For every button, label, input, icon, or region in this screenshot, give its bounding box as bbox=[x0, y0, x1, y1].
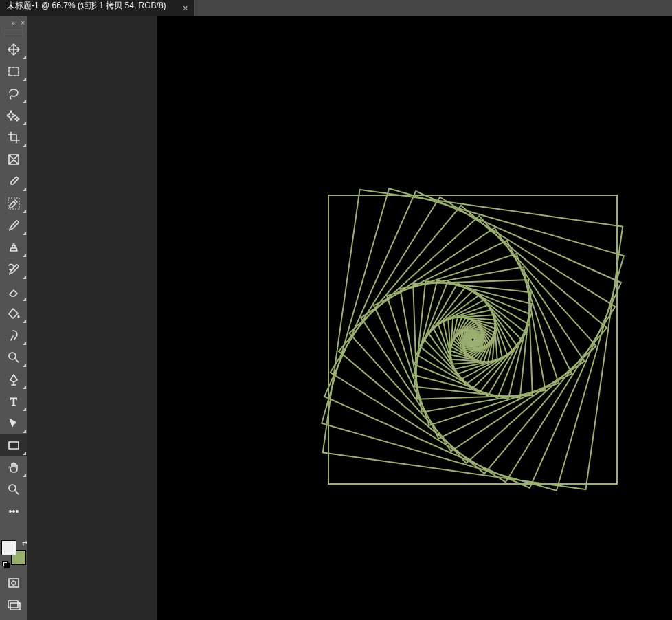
smudge-tool[interactable] bbox=[0, 324, 27, 346]
more-tools[interactable] bbox=[0, 500, 27, 522]
frame-tool[interactable] bbox=[0, 148, 27, 170]
dodge-tool-icon bbox=[7, 351, 21, 364]
path-select-tool-icon bbox=[7, 417, 21, 430]
pen-tool-icon bbox=[7, 373, 21, 386]
document-tab-bar: 未标题-1 @ 66.7% (矩形 1 拷贝 54, RGB/8) × bbox=[0, 0, 672, 16]
svg-rect-15 bbox=[322, 188, 624, 491]
history-brush-tool[interactable] bbox=[0, 258, 27, 280]
document-tab[interactable]: 未标题-1 @ 66.7% (矩形 1 拷贝 54, RGB/8) × bbox=[0, 0, 194, 16]
svg-rect-16 bbox=[324, 191, 621, 488]
zoom-tool[interactable] bbox=[0, 478, 27, 500]
move-tool[interactable] bbox=[0, 38, 27, 60]
pen-tool[interactable] bbox=[0, 368, 27, 390]
tool-panel-header: » × bbox=[0, 16, 27, 29]
flyout-indicator-icon bbox=[23, 474, 26, 477]
dodge-tool[interactable] bbox=[0, 346, 27, 368]
rect-marquee-tool-icon bbox=[7, 65, 21, 78]
flyout-indicator-icon bbox=[23, 430, 26, 433]
default-colors-icon[interactable] bbox=[2, 561, 9, 568]
rectangle-shape-tool[interactable] bbox=[0, 434, 27, 456]
svg-rect-12 bbox=[10, 603, 20, 610]
svg-point-8 bbox=[16, 510, 18, 512]
clone-stamp-tool[interactable] bbox=[0, 236, 27, 258]
svg-rect-40 bbox=[451, 318, 494, 361]
svg-rect-22 bbox=[387, 254, 559, 425]
svg-point-7 bbox=[12, 510, 14, 512]
eraser-tool-icon bbox=[7, 285, 21, 298]
eyedropper-tool-icon bbox=[7, 175, 21, 188]
screen-mode-toggle-icon bbox=[7, 598, 21, 612]
flyout-indicator-icon bbox=[23, 78, 26, 81]
svg-rect-20 bbox=[361, 228, 584, 451]
rect-marquee-tool[interactable] bbox=[0, 60, 27, 82]
svg-rect-0 bbox=[9, 67, 19, 76]
svg-text:T: T bbox=[10, 396, 17, 408]
healing-brush-tool-icon bbox=[7, 197, 21, 210]
hand-tool[interactable] bbox=[0, 456, 27, 478]
type-tool[interactable]: T bbox=[0, 390, 27, 412]
foreground-color-swatch[interactable] bbox=[1, 540, 16, 555]
smudge-tool-icon bbox=[7, 329, 21, 342]
eraser-tool[interactable] bbox=[0, 280, 27, 302]
svg-rect-4 bbox=[9, 442, 19, 449]
quick-mask-mode-icon bbox=[7, 576, 21, 590]
history-brush-tool-icon bbox=[7, 263, 21, 276]
lasso-tool-icon bbox=[7, 87, 21, 100]
flyout-indicator-icon bbox=[23, 100, 26, 103]
panel-close-icon[interactable]: × bbox=[21, 19, 25, 27]
canvas[interactable] bbox=[157, 16, 672, 620]
panel-collapse-icon[interactable]: » bbox=[12, 19, 16, 27]
paint-bucket-tool-icon bbox=[7, 307, 21, 320]
svg-rect-18 bbox=[339, 206, 607, 474]
svg-rect-9 bbox=[9, 579, 19, 587]
frame-tool-icon bbox=[7, 153, 21, 166]
tool-list: T bbox=[0, 38, 27, 522]
svg-rect-14 bbox=[323, 190, 623, 489]
flyout-indicator-icon bbox=[23, 254, 26, 257]
path-select-tool[interactable] bbox=[0, 412, 27, 434]
clone-stamp-tool-icon bbox=[7, 241, 21, 254]
flyout-indicator-icon bbox=[23, 342, 26, 345]
spiral-squares-artwork bbox=[301, 168, 645, 511]
document-tab-label: 未标题-1 @ 66.7% (矩形 1 拷贝 54, RGB/8) bbox=[7, 0, 166, 12]
paint-bucket-tool[interactable] bbox=[0, 302, 27, 324]
svg-rect-67 bbox=[471, 337, 475, 342]
eyedropper-tool[interactable] bbox=[0, 170, 27, 192]
zoom-tool-icon bbox=[7, 483, 21, 496]
flyout-indicator-icon bbox=[23, 188, 26, 191]
flyout-indicator-icon bbox=[23, 56, 26, 59]
brush-tool[interactable] bbox=[0, 214, 27, 236]
flyout-indicator-icon bbox=[23, 364, 26, 367]
svg-rect-35 bbox=[448, 315, 497, 364]
flyout-indicator-icon bbox=[23, 386, 26, 389]
screen-mode-toggle[interactable] bbox=[0, 594, 27, 616]
panel-grip[interactable] bbox=[5, 29, 23, 36]
svg-rect-13 bbox=[328, 195, 617, 484]
rectangle-shape-tool-icon bbox=[7, 439, 21, 452]
flyout-indicator-icon bbox=[23, 210, 26, 213]
type-tool-icon: T bbox=[7, 395, 21, 408]
mode-buttons bbox=[0, 572, 27, 616]
document-pasteboard[interactable] bbox=[27, 16, 157, 620]
svg-point-6 bbox=[9, 510, 11, 512]
svg-point-10 bbox=[12, 581, 16, 585]
svg-rect-21 bbox=[374, 241, 572, 439]
quick-select-tool-icon bbox=[7, 109, 21, 122]
quick-select-tool[interactable] bbox=[0, 104, 27, 126]
move-tool-icon bbox=[7, 43, 21, 56]
close-icon[interactable]: × bbox=[183, 1, 188, 15]
quick-mask-mode[interactable] bbox=[0, 572, 27, 594]
swap-colors-icon[interactable]: ⇄ bbox=[22, 540, 27, 547]
lasso-tool[interactable] bbox=[0, 82, 27, 104]
flyout-indicator-icon bbox=[23, 232, 26, 235]
flyout-indicator-icon bbox=[23, 122, 26, 125]
svg-rect-19 bbox=[349, 216, 596, 463]
healing-brush-tool[interactable] bbox=[0, 192, 27, 214]
svg-rect-26 bbox=[414, 280, 532, 399]
crop-tool[interactable] bbox=[0, 126, 27, 148]
svg-rect-27 bbox=[414, 281, 531, 398]
brush-tool-icon bbox=[7, 219, 21, 232]
svg-rect-31 bbox=[428, 295, 518, 385]
flyout-indicator-icon bbox=[23, 408, 26, 411]
flyout-indicator-icon bbox=[23, 452, 26, 455]
